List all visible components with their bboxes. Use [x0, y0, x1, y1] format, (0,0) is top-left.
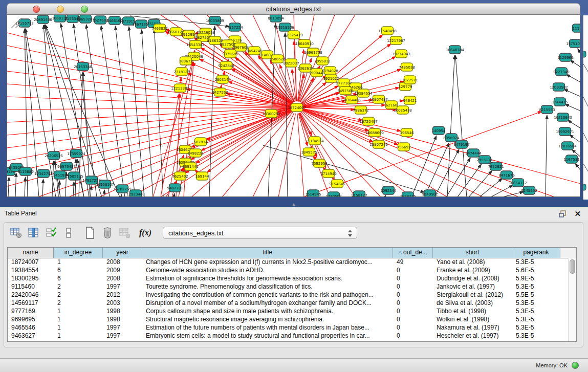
- graph-node[interactable]: 1710502: [325, 192, 341, 196]
- graph-node[interactable]: 7463822: [151, 24, 167, 32]
- graph-node[interactable]: 1877571: [402, 76, 418, 84]
- table-row[interactable]: 1456911722003Disruption of a novel membe…: [8, 299, 569, 307]
- column-header-name[interactable]: name: [8, 248, 54, 258]
- network-graph[interactable]: 1405571220891406106813921533401065328715…: [7, 15, 580, 196]
- graph-node[interactable]: 26206576: [45, 151, 63, 160]
- graph-node[interactable]: 1244415: [552, 98, 568, 106]
- graph-node[interactable]: 6497568: [337, 86, 353, 95]
- cell[interactable]: 1: [54, 323, 103, 332]
- table-row[interactable]: 1938455462009Genome-wide association stu…: [8, 266, 569, 274]
- graph-node[interactable]: 90975487: [57, 162, 76, 170]
- cell[interactable]: 1997: [103, 323, 142, 332]
- column-header-short[interactable]: short: [433, 248, 512, 258]
- cell[interactable]: 0: [393, 307, 433, 315]
- cell[interactable]: 2: [54, 282, 103, 291]
- cell[interactable]: Yano et al. (2008): [433, 258, 512, 266]
- graph-node[interactable]: 9849502: [422, 190, 438, 196]
- table-row[interactable]: 946362711997Embryonic stem cells: a mode…: [8, 332, 569, 340]
- graph-node[interactable]: 7857224: [227, 23, 243, 31]
- cell[interactable]: 18300295: [8, 274, 54, 282]
- cell[interactable]: 0: [393, 299, 433, 307]
- graph-node[interactable]: 1691441: [182, 162, 198, 170]
- graph-node[interactable]: 8822037: [283, 59, 299, 67]
- panel-splitter-handle[interactable]: ▲: [290, 202, 297, 207]
- table-row[interactable]: 969969511998Structural magnetic resonanc…: [8, 315, 569, 323]
- graph-node[interactable]: 587834: [194, 138, 208, 146]
- cell[interactable]: 9777169: [8, 307, 54, 315]
- graph-node[interactable]: 16033809: [206, 16, 224, 25]
- graph-node[interactable]: 9487791: [167, 184, 183, 192]
- graph-node[interactable]: 7485038: [399, 63, 415, 71]
- cell[interactable]: 2: [54, 291, 103, 299]
- graph-node[interactable]: 12325419: [285, 31, 303, 39]
- graph-node[interactable]: 20153346: [74, 62, 92, 71]
- cell[interactable]: 0: [393, 332, 433, 340]
- graph-node[interactable]: 6794028: [322, 67, 338, 75]
- graph-node[interactable]: 196546: [400, 128, 414, 137]
- cell[interactable]: Tibbo et al. (1998): [433, 307, 512, 315]
- cell[interactable]: 14569117: [8, 299, 54, 307]
- cell[interactable]: 1: [54, 307, 103, 315]
- cell[interactable]: Jankovic et al. (1997): [433, 282, 512, 291]
- cell[interactable]: 1997: [103, 282, 142, 291]
- cell[interactable]: 0: [393, 274, 433, 282]
- graph-node[interactable]: 1115689: [17, 167, 33, 176]
- cell[interactable]: Estimation of the future numbers of pati…: [142, 323, 393, 332]
- cell[interactable]: de Silva et al. (2003): [433, 299, 512, 307]
- minimize-window-button[interactable]: [57, 6, 64, 13]
- graph-node[interactable]: 1527602: [92, 16, 108, 24]
- cell[interactable]: 6: [54, 274, 103, 282]
- graph-node[interactable]: 15751074: [566, 39, 580, 48]
- table-body[interactable]: 1872400712008Changes of HCN gene express…: [8, 258, 569, 341]
- graph-node[interactable]: 16648784: [446, 46, 464, 54]
- cell[interactable]: 5.5E-5: [512, 291, 560, 299]
- graph-node[interactable]: 1678275: [400, 192, 416, 196]
- graph-node[interactable]: 16720407: [359, 117, 378, 125]
- cell[interactable]: Corpus callosum shape and size in male p…: [142, 307, 393, 315]
- table-row[interactable]: 946554611997Estimation of the future num…: [8, 323, 569, 332]
- cell[interactable]: 0: [393, 315, 433, 323]
- cell[interactable]: Franke et al. (2009): [433, 266, 512, 274]
- cell[interactable]: 5.6E-5: [512, 266, 560, 274]
- cell[interactable]: 18724007: [8, 258, 54, 266]
- graph-node[interactable]: 12217987: [387, 36, 405, 45]
- graph-node[interactable]: 2955114: [476, 156, 493, 164]
- cell[interactable]: 19384554: [8, 266, 54, 274]
- graph-node[interactable]: 1167531: [563, 155, 579, 163]
- graph-node[interactable]: 1514945: [305, 190, 321, 196]
- table-vertical-scrollbar[interactable]: [568, 258, 576, 341]
- graph-node[interactable]: 169144: [195, 172, 209, 180]
- column-header-out_de[interactable]: △out_de...: [393, 248, 433, 258]
- graph-node[interactable]: 9242848: [218, 61, 234, 70]
- graph-node[interactable]: 10688609: [365, 128, 384, 137]
- cell[interactable]: Dudbridge et al. (2008): [433, 274, 512, 282]
- graph-node[interactable]: 7955812: [314, 57, 330, 65]
- graph-node[interactable]: 9245652: [521, 186, 537, 194]
- graph-node[interactable]: 9375685: [222, 50, 238, 58]
- graph-node[interactable]: 9227349: [553, 68, 569, 76]
- graph-node[interactable]: 11548498: [378, 27, 397, 35]
- cell[interactable]: 1: [54, 332, 103, 340]
- cell[interactable]: 5.3E-5: [512, 315, 560, 323]
- table-row[interactable]: 977716911998Corpus callosum shape and si…: [8, 307, 569, 315]
- function-builder-icon[interactable]: f(x): [138, 226, 153, 240]
- cell[interactable]: Changes of HCN gene expression and I(f) …: [142, 258, 393, 266]
- cell[interactable]: 6: [54, 266, 103, 274]
- network-window-titlebar[interactable]: citations_edges.txt: [7, 3, 580, 15]
- graph-node[interactable]: 189672: [179, 57, 193, 65]
- cell[interactable]: Investigating the contribution of common…: [142, 291, 393, 299]
- cell[interactable]: 5.9E-5: [512, 274, 560, 282]
- cell[interactable]: Stergiakouli et al. (2012): [433, 291, 512, 299]
- graph-node[interactable]: 946421: [403, 96, 417, 104]
- graph-node[interactable]: 8813054: [268, 15, 284, 22]
- graph-node[interactable]: 18640910: [295, 39, 314, 48]
- cell[interactable]: 1: [54, 258, 103, 266]
- network-canvas[interactable]: 1405571220891406106813921533401065328715…: [7, 15, 580, 197]
- cell[interactable]: 1: [54, 315, 103, 323]
- cell[interactable]: 5.3E-5: [512, 299, 560, 307]
- cell[interactable]: 1998: [103, 307, 142, 315]
- network-window[interactable]: citations_edges.txt 14055712208914061068…: [7, 3, 580, 197]
- graph-node[interactable]: 7592953: [311, 159, 327, 167]
- network-table-select[interactable]: citations_edges.txt: [163, 227, 357, 239]
- graph-node[interactable]: 12213383: [171, 84, 189, 92]
